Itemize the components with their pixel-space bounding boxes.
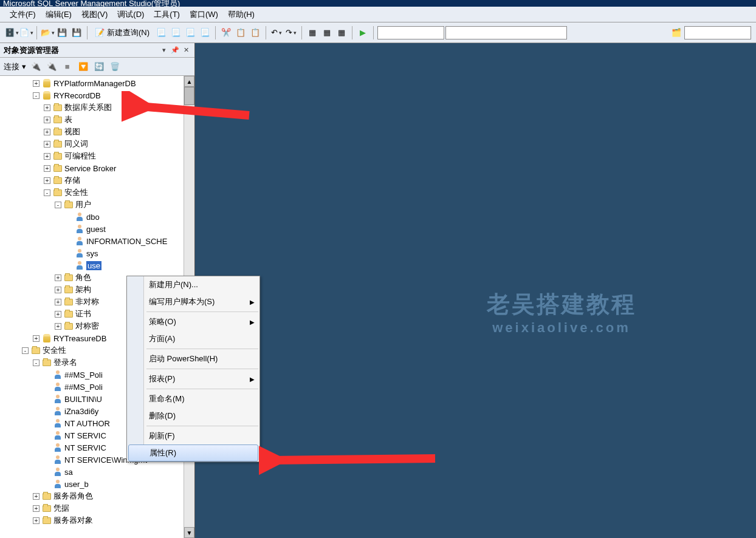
tree-label[interactable]: sa (64, 468, 73, 477)
tree-row[interactable]: +凭据 (0, 502, 194, 514)
tree-label[interactable]: 架构 (75, 284, 91, 295)
tree-label[interactable]: ##MS_Poli (64, 383, 103, 392)
expand-icon[interactable]: + (55, 311, 61, 318)
expand-icon[interactable]: + (44, 165, 50, 172)
tree-label[interactable]: 可编程性 (64, 151, 96, 162)
expand-icon[interactable]: + (55, 323, 61, 330)
open-button[interactable]: 📂▾ (41, 26, 54, 39)
tree-label[interactable]: 存储 (64, 175, 80, 186)
expand-icon[interactable]: + (33, 517, 40, 524)
context-menu-item[interactable]: 刷新(F) (127, 427, 259, 444)
tb-btn-4[interactable]: 📃 (198, 26, 211, 39)
tree-label[interactable]: 凭据 (53, 503, 69, 514)
redo-button[interactable]: ↷▾ (284, 26, 298, 39)
tree-label[interactable]: 服务器对象 (53, 515, 93, 526)
tree-row[interactable]: +服务器对象 (0, 514, 194, 526)
tree-label[interactable]: 表 (64, 114, 72, 125)
database-combo[interactable] (377, 26, 444, 39)
menu-file[interactable]: 文件(F) (5, 7, 41, 22)
tree-label[interactable]: NT SERVIC (64, 431, 106, 440)
menu-edit[interactable]: 编辑(E) (41, 7, 77, 22)
copy-button[interactable]: 📋 (234, 26, 247, 39)
tree-label[interactable]: ##MS_Poli (64, 370, 103, 380)
tree-row[interactable]: sys (0, 247, 194, 259)
context-menu[interactable]: 新建用户(N)...编写用户脚本为(S)▶策略(O)▶方面(A)启动 Power… (126, 276, 260, 462)
expand-icon[interactable]: + (33, 335, 40, 342)
menu-help[interactable]: 帮助(H) (223, 7, 259, 22)
tree-row[interactable]: -用户 (0, 199, 194, 211)
tb-btn-2[interactable]: 📃 (169, 26, 182, 39)
tree-row[interactable]: sa (0, 466, 194, 478)
context-menu-item[interactable]: 报表(P)▶ (127, 370, 259, 387)
tree-label[interactable]: 同义词 (64, 138, 88, 149)
expand-icon[interactable]: + (55, 299, 61, 305)
delete-icon[interactable]: 🗑️ (109, 61, 121, 73)
tree-label[interactable]: RYRecordDB (53, 91, 101, 100)
connect-icon-1[interactable]: 🔌 (30, 61, 42, 73)
context-menu-item[interactable]: 启动 PowerShell(H) (127, 350, 259, 367)
menu-debug[interactable]: 调试(D) (112, 7, 149, 22)
tree-label[interactable]: 安全性 (64, 187, 88, 198)
tree-row[interactable]: +存储 (0, 174, 194, 186)
context-menu-item[interactable]: 编写用户脚本为(S)▶ (127, 293, 259, 310)
paste-button[interactable]: 📋 (249, 26, 262, 39)
tree-row[interactable]: +RYPlatformManagerDB (0, 77, 194, 89)
tree-label[interactable]: use (86, 261, 101, 270)
tree-label[interactable]: 安全性 (43, 345, 66, 356)
tree-row[interactable]: -安全性 (0, 186, 194, 199)
tb-btn-5[interactable]: ▦ (306, 26, 319, 39)
expand-icon[interactable]: + (55, 287, 61, 293)
tb-btn-7[interactable]: ▦ (335, 26, 348, 39)
tree-label[interactable]: 对称密 (75, 321, 99, 332)
tree-label[interactable]: iZna3di6y (64, 407, 98, 416)
collapse-icon[interactable]: - (44, 189, 50, 196)
save-button[interactable]: 💾 (55, 26, 69, 39)
tree-label[interactable]: 非对称 (75, 296, 99, 307)
connect-button[interactable]: 连接 ▾ (4, 61, 26, 72)
tb-btn-6[interactable]: ▦ (320, 26, 334, 39)
refresh-icon[interactable]: 🔄 (93, 61, 105, 73)
tree-label[interactable]: Service Broker (64, 164, 116, 173)
tree-label[interactable]: 数据库关系图 (64, 102, 112, 113)
panel-pin-icon[interactable]: 📌 (170, 46, 180, 55)
context-menu-item[interactable]: 重命名(M) (127, 390, 259, 407)
tree-row[interactable]: +视图 (0, 126, 194, 138)
tree-row[interactable]: +同义词 (0, 138, 194, 150)
tree-row[interactable]: -RYRecordDB (0, 89, 194, 101)
expand-icon[interactable]: + (33, 493, 40, 500)
tb-btn-8[interactable]: 🗂️ (670, 26, 683, 39)
context-menu-item[interactable]: 方面(A) (127, 330, 259, 347)
collapse-icon[interactable]: - (33, 359, 40, 366)
tree-label[interactable]: 用户 (75, 199, 91, 210)
tree-row[interactable]: user_b (0, 478, 194, 490)
context-menu-item[interactable]: 删除(D) (127, 407, 259, 424)
expand-icon[interactable]: + (44, 153, 50, 160)
tree-row[interactable]: +表 (0, 114, 194, 126)
collapse-icon[interactable]: - (55, 202, 61, 208)
tree-label[interactable]: guest (86, 225, 106, 234)
combo-3[interactable] (684, 26, 751, 39)
tree-label[interactable]: BUILTIN\U (64, 395, 102, 404)
undo-button[interactable]: ↶▾ (270, 26, 283, 39)
scroll-thumb[interactable] (184, 87, 194, 105)
tree-label[interactable]: 视图 (64, 126, 80, 137)
tree-label[interactable]: NT AUTHOR (64, 419, 110, 428)
expand-icon[interactable]: + (44, 104, 50, 111)
menu-window[interactable]: 窗口(W) (185, 7, 223, 22)
tree-label[interactable]: RYPlatformManagerDB (53, 79, 136, 88)
tree-label[interactable]: INFORMATION_SCHE (86, 237, 167, 246)
cut-button[interactable]: ✂️ (219, 26, 233, 39)
filter-icon[interactable]: 🔽 (77, 61, 89, 73)
context-menu-item[interactable]: 属性(R) (128, 444, 258, 461)
panel-close-icon[interactable]: ✕ (181, 46, 191, 55)
expand-icon[interactable]: + (44, 177, 50, 184)
scroll-down-button[interactable]: ▼ (184, 527, 194, 538)
panel-dropdown-icon[interactable]: ▾ (159, 46, 169, 55)
expand-icon[interactable]: + (44, 141, 50, 148)
tree-row[interactable]: +数据库关系图 (0, 101, 194, 114)
expand-icon[interactable]: + (44, 117, 50, 123)
tree-row[interactable]: INFORMATION_SCHE (0, 235, 194, 247)
save-all-button[interactable]: 💾 (70, 26, 83, 39)
connect-icon-2[interactable]: 🔌 (46, 61, 58, 73)
expand-icon[interactable]: + (55, 274, 61, 281)
